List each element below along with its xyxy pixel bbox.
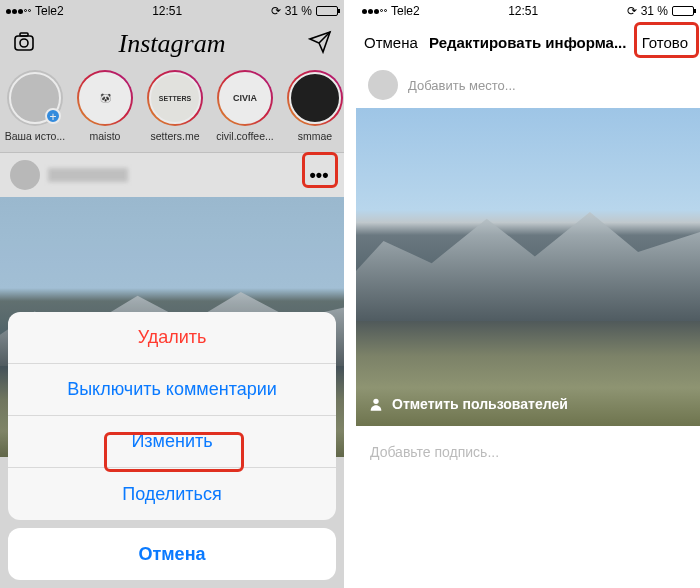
action-cancel[interactable]: Отмена	[8, 528, 336, 580]
edit-photo: Отметить пользователей	[356, 108, 700, 426]
signal-icon	[362, 9, 387, 14]
carrier-label: Tele2	[391, 4, 420, 18]
person-icon	[368, 396, 384, 412]
page-title: Редактировать информа...	[418, 34, 638, 51]
svg-point-3	[373, 399, 378, 404]
cancel-button[interactable]: Отмена	[364, 34, 418, 51]
user-avatar	[368, 70, 398, 100]
add-location-label: Добавить место...	[408, 78, 516, 93]
tag-users-button[interactable]: Отметить пользователей	[368, 396, 568, 412]
lock-icon: ⟳	[627, 4, 637, 18]
left-screenshot: Tele2 12:51 ⟳ 31 % Instagram +	[0, 0, 344, 588]
right-screenshot: Tele2 12:51 ⟳ 31 % Отмена Редактировать …	[356, 0, 700, 588]
status-bar: Tele2 12:51 ⟳ 31 %	[356, 0, 700, 22]
tag-users-label: Отметить пользователей	[392, 396, 568, 412]
action-mute-comments[interactable]: Выключить комментарии	[8, 364, 336, 416]
caption-placeholder: Добавьте подпись...	[370, 444, 499, 460]
highlight-done	[634, 22, 699, 58]
highlight-more	[302, 152, 338, 188]
action-delete[interactable]: Удалить	[8, 312, 336, 364]
battery-label: 31 %	[641, 4, 668, 18]
highlight-edit	[104, 432, 244, 472]
battery-icon	[672, 6, 694, 16]
clock: 12:51	[508, 4, 538, 18]
action-share[interactable]: Поделиться	[8, 468, 336, 520]
add-location-row[interactable]: Добавить место...	[356, 62, 700, 108]
caption-input[interactable]: Добавьте подпись...	[356, 426, 700, 478]
